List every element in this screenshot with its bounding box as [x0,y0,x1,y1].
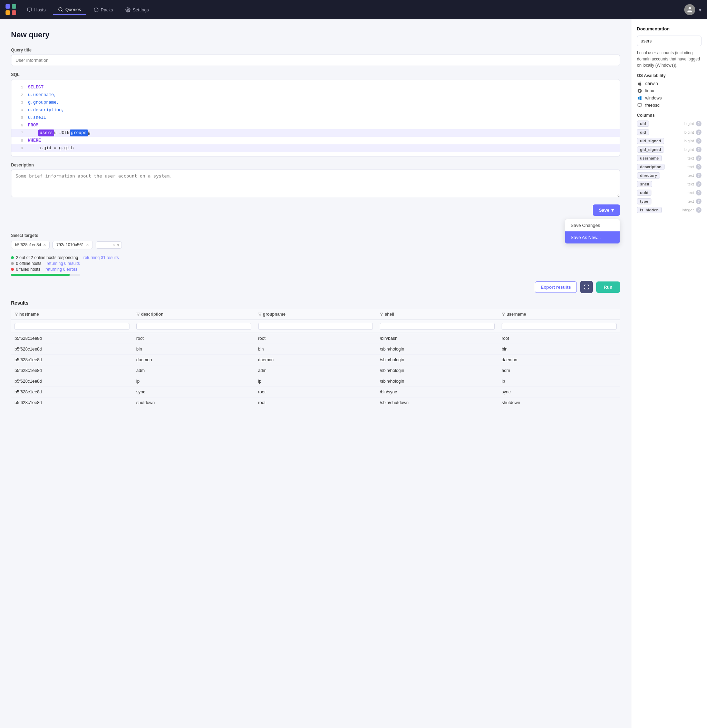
results-header-row: hostname description g [11,309,620,320]
status-failed-link[interactable]: returning 0 errors [46,267,77,272]
filter-shell[interactable] [380,323,495,330]
col-header-hostname: hostname [11,309,133,320]
nav-packs[interactable]: Packs [89,5,118,14]
save-dropdown-arrow: ▾ [611,208,614,213]
col-help-icon[interactable]: ? [696,130,701,135]
doc-column-item: uuid text ? [637,189,701,196]
table-row: b5f628c1ee8dshutdownroot/sbin/shutdownsh… [11,397,620,408]
col-help-icon[interactable]: ? [696,190,701,195]
results-filter-row [11,320,620,333]
freebsd-icon [637,103,642,108]
os-freebsd: freebsd [637,103,701,108]
os-list: darwin linux windows freebsd [637,81,701,108]
target-dropdown-icon[interactable]: ▾ [117,243,120,248]
col-help-icon[interactable]: ? [696,181,701,187]
windows-icon [637,95,642,101]
export-results-button[interactable]: Export results [535,282,577,293]
doc-column-item: type text ? [637,198,701,204]
filter-description[interactable] [136,323,251,330]
status-online-dot [11,256,14,259]
description-label: Description [11,163,620,168]
os-linux: linux [637,88,701,94]
query-title-label: Query title [11,48,620,52]
save-changes-item[interactable]: Save Changes [565,219,620,231]
results-table: hostname description g [11,309,620,408]
col-help-icon[interactable]: ? [696,138,701,144]
linux-icon [637,88,642,94]
user-menu-arrow[interactable]: ▾ [699,7,701,13]
filter-hostname[interactable] [14,323,130,330]
user-avatar[interactable] [684,4,695,15]
col-type: text [687,156,694,160]
svg-rect-0 [27,7,32,11]
page-title: New query [11,30,620,39]
remove-target-2[interactable]: × [86,243,89,247]
table-row: b5f628c1ee8dsyncroot/bin/syncsync [11,387,620,397]
sql-label: SQL [11,72,620,77]
nav-hosts[interactable]: Hosts [22,5,50,14]
filter-groupname[interactable] [258,323,373,330]
targets-label: Select targets [11,233,620,238]
query-title-input[interactable] [11,55,620,66]
col-type: text [687,165,694,169]
col-help-icon[interactable]: ? [696,199,701,204]
documentation-description: Local user accounts (including domain ac… [637,50,701,68]
table-row: b5f628c1ee8dadmadm/sbin/hologinadm [11,365,620,376]
fullscreen-button[interactable] [580,281,593,293]
col-header-groupname: groupname [255,309,377,320]
col-badge: description [637,164,665,170]
target-chip-1: b5f628c1ee8d × [11,241,50,249]
doc-column-item: directory text ? [637,172,701,179]
status-online-link[interactable]: returning 31 results [83,255,119,260]
col-header-description: description [133,309,255,320]
documentation-title: Documentation [637,26,701,32]
col-badge: shell [637,181,652,187]
target-chip-2: 792a1010a561 × [52,241,92,249]
sql-editor[interactable]: 1SELECT 2u.username, 3g.groupname, 4u.de… [11,79,620,156]
doc-column-item: uid_signed bigint ? [637,138,701,144]
table-row: b5f628c1ee8ddaemondaemon/sbin/hologindae… [11,355,620,365]
table-row: b5f628c1ee8drootroot/bin/bashroot [11,333,620,344]
status-offline-text: 0 offline hosts [16,261,42,266]
col-help-icon[interactable]: ? [696,121,701,126]
col-badge: directory [637,172,660,179]
table-row: b5f628c1ee8dbinbin/sbin/hologinbin [11,344,620,355]
run-button[interactable]: Run [596,282,620,293]
progress-bar [11,274,80,276]
svg-point-6 [689,7,691,10]
save-dropdown: Save Changes Save As New... [565,219,620,244]
darwin-icon [637,81,642,86]
nav-queries[interactable]: Queries [53,5,86,15]
status-offline-link[interactable]: returning 0 results [47,261,80,266]
target-clear-icon[interactable]: × [113,243,116,248]
col-help-icon[interactable]: ? [696,147,701,152]
status-failed-dot [11,268,14,271]
doc-column-item: shell text ? [637,181,701,187]
col-help-icon[interactable]: ? [696,164,701,170]
doc-column-item: description text ? [637,164,701,170]
doc-column-item: uid bigint ? [637,120,701,127]
top-navigation: Hosts Queries Packs Settings ▾ [0,0,707,19]
col-badge: uuid [637,189,651,196]
svg-marker-10 [380,313,383,316]
svg-rect-12 [638,104,642,106]
doc-column-item: is_hidden integer ? [637,207,701,213]
col-badge: is_hidden [637,207,662,213]
run-row: Export results Run [11,281,620,293]
col-help-icon[interactable]: ? [696,173,701,178]
target-search-input[interactable] [98,243,112,247]
col-type: text [687,199,694,204]
nav-settings[interactable]: Settings [120,5,154,14]
columns-label: Columns [637,113,701,118]
save-as-new-item[interactable]: Save As New... [565,231,620,244]
col-help-icon[interactable]: ? [696,207,701,213]
remove-target-1[interactable]: × [43,243,46,247]
col-help-icon[interactable]: ? [696,155,701,161]
filter-username[interactable] [502,323,616,330]
documentation-sidebar: Documentation users groups processes mou… [631,19,707,728]
save-button[interactable]: Save ▾ [593,204,620,216]
description-input[interactable] [11,170,620,197]
table-select[interactable]: users groups processes mounts [637,36,701,46]
status-failed-text: 0 failed hosts [16,267,40,272]
os-availability-label: OS Availability [637,73,701,78]
